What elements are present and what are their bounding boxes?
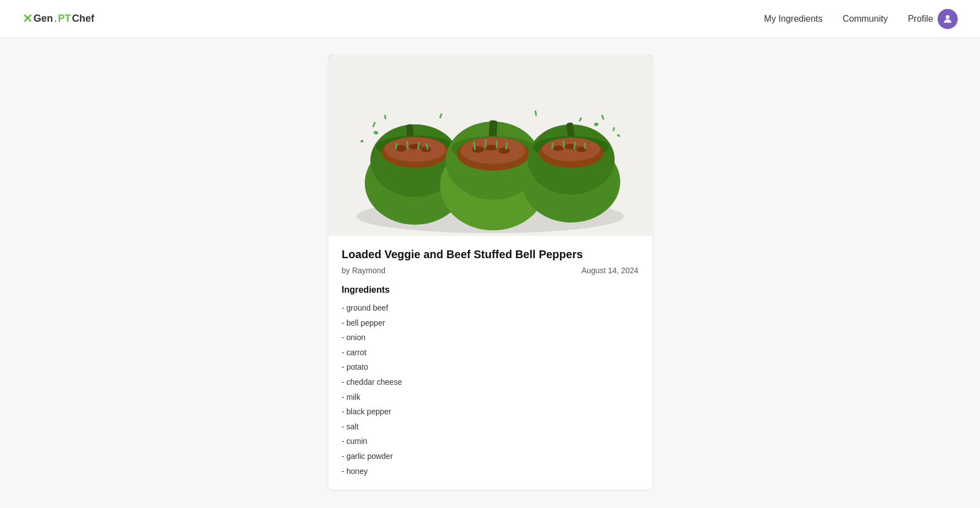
- nav-community[interactable]: Community: [843, 14, 888, 24]
- ingredient-item: - cheddar cheese: [342, 375, 639, 390]
- main-content: Loaded Veggie and Beef Stuffed Bell Pepp…: [0, 38, 980, 506]
- ingredient-item: - cumin: [342, 434, 639, 449]
- ingredient-item: - black pepper: [342, 404, 639, 419]
- ingredient-item: - honey: [342, 464, 639, 479]
- logo-icon: ✕: [22, 12, 32, 26]
- ingredient-item: - bell pepper: [342, 316, 639, 331]
- recipe-meta: by Raymond August 14, 2024: [342, 266, 639, 275]
- nav-my-ingredients[interactable]: My Ingredients: [764, 14, 823, 24]
- svg-point-11: [421, 147, 431, 152]
- svg-point-22: [472, 146, 484, 153]
- svg-point-35: [553, 146, 564, 151]
- recipe-image: [329, 55, 652, 236]
- logo[interactable]: ✕ Gen . PT Chef: [22, 12, 94, 26]
- logo-dot: .: [54, 13, 57, 25]
- avatar: [938, 9, 958, 29]
- profile-label: Profile: [908, 14, 933, 24]
- ingredient-item: - onion: [342, 330, 639, 345]
- logo-text: Gen: [33, 13, 53, 25]
- svg-point-21: [461, 137, 525, 164]
- ingredient-item: - carrot: [342, 345, 639, 360]
- ingredient-item: - milk: [342, 390, 639, 405]
- recipe-card: Loaded Veggie and Beef Stuffed Bell Pepp…: [329, 55, 652, 490]
- nav-links: My Ingredients Community Profile: [764, 9, 958, 29]
- recipe-title: Loaded Veggie and Beef Stuffed Bell Pepp…: [342, 247, 639, 262]
- ingredient-item: - ground beef: [342, 301, 639, 316]
- recipe-date: August 14, 2024: [582, 266, 639, 275]
- svg-point-10: [408, 144, 422, 149]
- navbar: ✕ Gen . PT Chef My Ingredients Community…: [0, 0, 980, 38]
- svg-point-34: [542, 138, 600, 161]
- svg-point-0: [946, 15, 950, 19]
- logo-pt: PT: [58, 13, 71, 25]
- logo-chef: Chef: [72, 13, 94, 25]
- ingredient-item: - potato: [342, 360, 639, 375]
- recipe-author: by Raymond: [342, 266, 386, 275]
- ingredients-section: Ingredients - ground beef- bell pepper- …: [342, 285, 639, 478]
- ingredients-list: - ground beef- bell pepper- onion- carro…: [342, 301, 639, 478]
- ingredient-item: - salt: [342, 419, 639, 434]
- svg-point-24: [499, 147, 510, 154]
- nav-profile[interactable]: Profile: [908, 9, 958, 29]
- ingredient-item: - garlic powder: [342, 449, 639, 464]
- recipe-body: Loaded Veggie and Beef Stuffed Bell Pepp…: [329, 236, 652, 490]
- ingredients-title: Ingredients: [342, 285, 639, 295]
